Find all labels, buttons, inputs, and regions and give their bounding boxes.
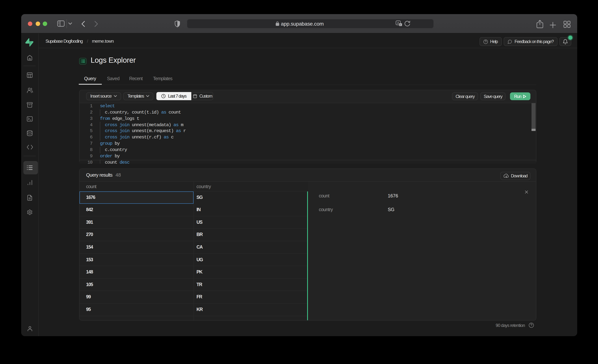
svg-text:A: A (397, 21, 399, 25)
svg-text:x: x (400, 23, 401, 26)
